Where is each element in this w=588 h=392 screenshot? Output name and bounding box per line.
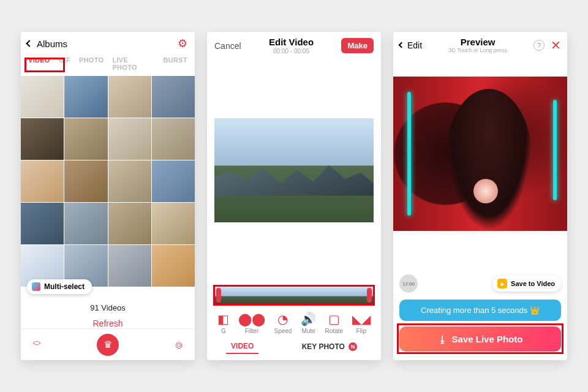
camera-icon[interactable]: ⌾ bbox=[175, 337, 183, 352]
video-thumbnail[interactable] bbox=[64, 203, 107, 244]
bottom-bar: ⌔ ♛ ⌾ bbox=[21, 328, 195, 360]
video-thumbnail[interactable] bbox=[21, 118, 64, 160]
tool-bg[interactable]: ◧G bbox=[217, 313, 229, 334]
trim-handle-right[interactable] bbox=[367, 288, 372, 303]
rotate-icon: ▢ bbox=[328, 313, 340, 325]
header-center: Preview 3D Touch or Long press bbox=[448, 37, 507, 53]
help-icon[interactable]: ? bbox=[533, 40, 545, 51]
screen-preview: Edit Preview 3D Touch or Long press ? ✕ … bbox=[393, 32, 567, 360]
editor-bottom-tabs: VIDEO KEY PHOTO N bbox=[207, 338, 381, 360]
back-chevron-icon bbox=[399, 42, 405, 48]
live-photo-preview[interactable] bbox=[393, 77, 567, 231]
video-thumbnail[interactable] bbox=[64, 76, 107, 118]
video-thumbnail[interactable] bbox=[152, 76, 195, 118]
save-to-video-button[interactable]: ▸ Save to Video bbox=[492, 276, 561, 292]
tool-flip[interactable]: ◣◢Flip bbox=[352, 313, 371, 334]
header: Cancel Edit Video 00:00 - 00:05 Make bbox=[207, 32, 381, 56]
back-chevron-icon[interactable] bbox=[26, 40, 32, 47]
info-banner[interactable]: Creating more than 5 seconds 👑 bbox=[399, 300, 561, 321]
header: Albums ⚙ bbox=[21, 32, 195, 53]
video-thumbnail[interactable] bbox=[64, 160, 107, 202]
multi-select-label: Multi-select bbox=[44, 282, 85, 291]
flip-icon: ◣◢ bbox=[352, 313, 371, 325]
tool-rotate[interactable]: ▢Rotate bbox=[325, 313, 343, 334]
back-label[interactable]: Albums bbox=[37, 39, 67, 49]
screen-edit-video: Cancel Edit Video 00:00 - 00:05 Make ▶ ◧… bbox=[207, 32, 381, 360]
wifi-icon[interactable]: ⌔ bbox=[33, 337, 40, 352]
video-thumbnail[interactable] bbox=[152, 118, 195, 160]
settings-gear-icon[interactable]: ⚙ bbox=[178, 37, 187, 50]
tool-row: ◧G ⬤⬤Filter ◔Speed 🔊Mute ▢Rotate ◣◢Flip bbox=[207, 306, 381, 338]
tool-mute[interactable]: 🔊Mute bbox=[301, 313, 316, 334]
tab-photo[interactable]: PHOTO bbox=[79, 56, 104, 71]
video-count-label: 91 Videos bbox=[21, 301, 195, 315]
cancel-button[interactable]: Cancel bbox=[214, 41, 241, 51]
video-thumbnail[interactable] bbox=[152, 160, 195, 202]
video-thumbnail[interactable] bbox=[108, 76, 151, 118]
video-thumbnail[interactable] bbox=[152, 245, 195, 287]
trim-timeline[interactable] bbox=[213, 285, 375, 306]
mute-icon: 🔊 bbox=[301, 313, 316, 325]
video-preview[interactable] bbox=[214, 118, 374, 222]
video-icon: ▸ bbox=[497, 279, 507, 288]
video-thumbnail[interactable] bbox=[21, 76, 64, 118]
duration-chip[interactable]: 12:00 bbox=[399, 274, 418, 293]
page-title: Preview bbox=[448, 37, 507, 47]
time-range-label: 00:00 - 00:05 bbox=[269, 48, 314, 55]
tab-video-editor[interactable]: VIDEO bbox=[226, 342, 258, 354]
back-button[interactable]: Edit bbox=[399, 40, 422, 50]
close-icon[interactable]: ✕ bbox=[551, 38, 561, 53]
speed-icon: ◔ bbox=[277, 313, 288, 325]
tab-key-photo[interactable]: KEY PHOTO N bbox=[297, 342, 362, 354]
tool-filter[interactable]: ⬤⬤Filter bbox=[238, 313, 265, 334]
trim-handle-left[interactable] bbox=[216, 288, 221, 303]
highlight-annotation bbox=[397, 323, 564, 354]
new-badge: N bbox=[349, 342, 357, 351]
page-subtitle: 3D Touch or Long press bbox=[448, 47, 507, 53]
video-thumbnail[interactable] bbox=[21, 160, 64, 202]
header: Edit Preview 3D Touch or Long press ? ✕ bbox=[393, 32, 567, 55]
video-thumbnail[interactable] bbox=[64, 118, 107, 160]
multi-select-button[interactable]: Multi-select bbox=[27, 279, 92, 294]
bg-icon: ◧ bbox=[217, 313, 229, 325]
refresh-button[interactable]: Refresh bbox=[21, 315, 195, 332]
multi-select-icon bbox=[32, 282, 40, 291]
filter-icon: ⬤⬤ bbox=[238, 313, 265, 325]
video-thumbnail[interactable] bbox=[21, 203, 64, 244]
premium-crown-button[interactable]: ♛ bbox=[97, 334, 119, 356]
video-thumbnail[interactable] bbox=[108, 160, 151, 202]
video-thumbnail[interactable] bbox=[108, 203, 151, 244]
header-center: Edit Video 00:00 - 00:05 bbox=[269, 37, 314, 55]
video-thumbnail[interactable] bbox=[152, 203, 195, 244]
screen-albums: Albums ⚙ VIDEO GIF PHOTO LIVE PHOTO BURS… bbox=[21, 32, 195, 360]
tool-speed[interactable]: ◔Speed bbox=[274, 313, 292, 334]
preview-area bbox=[207, 56, 381, 285]
tab-burst[interactable]: BURST bbox=[164, 56, 187, 71]
make-button[interactable]: Make bbox=[341, 38, 374, 53]
highlight-annotation bbox=[24, 58, 65, 72]
video-thumbnail[interactable] bbox=[108, 118, 151, 160]
page-title: Edit Video bbox=[269, 37, 314, 47]
video-thumbnail[interactable] bbox=[108, 245, 151, 287]
tab-live-photo[interactable]: LIVE PHOTO bbox=[112, 56, 154, 71]
